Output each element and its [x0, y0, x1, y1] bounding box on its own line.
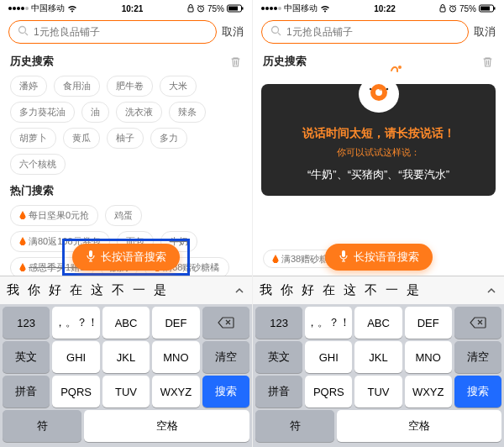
key[interactable]: DEF: [152, 307, 199, 339]
svg-rect-6: [89, 250, 92, 257]
voice-error-toast: 说话时间太短，请长按说话！ 你可以试试这样说： “牛奶”、“买猪肉”、“我要汽水…: [261, 84, 496, 196]
history-tag[interactable]: 食用油: [54, 76, 100, 97]
backspace-key[interactable]: [454, 307, 501, 339]
key[interactable]: ，。？！: [305, 307, 352, 339]
key[interactable]: DEF: [405, 307, 452, 339]
key[interactable]: 清空: [202, 341, 249, 373]
key[interactable]: JKL: [102, 341, 150, 373]
search-box[interactable]: [261, 20, 469, 44]
key[interactable]: 搜索: [202, 376, 249, 408]
history-tag[interactable]: 胡萝卜: [10, 128, 56, 149]
candidate[interactable]: 是: [154, 282, 166, 298]
search-row: 取消: [0, 15, 252, 49]
cancel-button[interactable]: 取消: [222, 24, 244, 39]
mic-icon: [86, 250, 96, 266]
key[interactable]: 拼音: [255, 376, 302, 408]
candidate[interactable]: 在: [70, 282, 82, 298]
svg-rect-7: [440, 8, 445, 12]
status-bar: 中国移动 10:22 75%: [253, 0, 504, 15]
history-tag[interactable]: 油: [81, 102, 109, 123]
candidate[interactable]: 这: [344, 282, 356, 298]
cancel-button[interactable]: 取消: [474, 24, 496, 39]
candidate[interactable]: 不: [365, 282, 377, 298]
candidate[interactable]: 好: [302, 282, 314, 298]
toast-sub: 你可以试试这样说：: [273, 146, 484, 159]
voice-search-button[interactable]: 长按语音搜索: [72, 244, 180, 271]
collapse-keyboard-icon[interactable]: [486, 285, 497, 297]
collapse-keyboard-icon[interactable]: [234, 285, 245, 297]
candidate[interactable]: 我: [7, 282, 19, 298]
key[interactable]: GHI: [52, 341, 99, 373]
history-tag[interactable]: 多力: [150, 128, 187, 149]
history-tag[interactable]: 肥牛卷: [107, 76, 153, 97]
candidate[interactable]: 不: [112, 282, 124, 298]
key[interactable]: MNO: [405, 341, 452, 373]
history-tag[interactable]: 辣条: [169, 102, 206, 123]
history-tag[interactable]: 黄瓜: [63, 128, 100, 149]
candidate[interactable]: 一: [133, 282, 145, 298]
key[interactable]: JKL: [354, 341, 402, 373]
alarm-icon: [449, 4, 457, 13]
key[interactable]: 空格: [84, 410, 249, 442]
key[interactable]: TUV: [354, 376, 402, 408]
candidate[interactable]: 这: [91, 282, 103, 298]
candidate[interactable]: 你: [281, 282, 293, 298]
history-tag[interactable]: 多力葵花油: [10, 102, 75, 123]
key[interactable]: ABC: [354, 307, 402, 339]
key[interactable]: ，。？！: [52, 307, 99, 339]
candidate[interactable]: 好: [49, 282, 61, 298]
key[interactable]: 英文: [3, 341, 50, 373]
candidate[interactable]: 一: [386, 282, 398, 298]
search-row: 取消: [253, 15, 504, 49]
battery-icon: [227, 4, 244, 13]
screenshot-right: 中国移动 10:22 75% 取消 历史搜索 x: [252, 0, 504, 447]
history-tag[interactable]: 六个核桃: [10, 154, 66, 175]
toast-examples: “牛奶”、“买猪肉”、“我要汽水”: [273, 167, 484, 182]
svg-point-5: [19, 27, 26, 34]
candidate[interactable]: 你: [28, 282, 40, 298]
screenshot-left: 中国移动 10:21 75% 取消 历史搜索 潘婷食用油肥牛卷大: [0, 0, 252, 447]
lock-icon: [439, 4, 446, 13]
wifi-icon: [67, 5, 77, 13]
key[interactable]: 清空: [454, 341, 501, 373]
svg-point-18: [386, 88, 387, 90]
key[interactable]: 拼音: [3, 376, 50, 408]
search-input[interactable]: [34, 26, 207, 38]
candidate[interactable]: 是: [407, 282, 419, 298]
keyboard: 123，。？！ABCDEF英文GHIJKLMNO清空拼音PQRSTUVWXYZ搜…: [253, 304, 504, 447]
key[interactable]: 123: [3, 307, 50, 339]
key[interactable]: ABC: [102, 307, 150, 339]
key[interactable]: MNO: [152, 341, 199, 373]
history-tag[interactable]: 洗衣液: [116, 102, 162, 123]
trash-icon[interactable]: [481, 55, 494, 68]
search-icon: [270, 24, 281, 39]
key[interactable]: TUV: [102, 376, 150, 408]
key[interactable]: WXYZ: [152, 376, 199, 408]
candidate[interactable]: 我: [260, 282, 272, 298]
hot-tag[interactable]: 每日坚果0元抢: [10, 205, 98, 226]
hot-tag[interactable]: 鸡蛋: [105, 205, 142, 226]
key[interactable]: 空格: [337, 410, 501, 442]
key[interactable]: PQRS: [305, 376, 352, 408]
key[interactable]: 英文: [255, 341, 302, 373]
key[interactable]: 符: [255, 410, 334, 442]
key[interactable]: 搜索: [454, 376, 501, 408]
trash-icon[interactable]: [229, 55, 242, 68]
search-input[interactable]: [286, 26, 459, 38]
key[interactable]: 符: [3, 410, 81, 442]
key[interactable]: 123: [255, 307, 302, 339]
voice-search-button[interactable]: 长按语音搜索: [325, 244, 433, 271]
backspace-key[interactable]: [202, 307, 249, 339]
battery-icon: [479, 4, 496, 13]
key[interactable]: GHI: [305, 341, 352, 373]
status-time: 10:21: [122, 4, 144, 13]
key[interactable]: PQRS: [52, 376, 99, 408]
key[interactable]: WXYZ: [405, 376, 452, 408]
history-tag[interactable]: 柚子: [107, 128, 144, 149]
search-box[interactable]: [8, 20, 217, 44]
svg-rect-11: [494, 8, 496, 10]
history-tag[interactable]: 大米: [160, 76, 197, 97]
status-bar: 中国移动 10:21 75%: [0, 0, 252, 15]
history-tag[interactable]: 潘婷: [10, 76, 47, 97]
candidate[interactable]: 在: [323, 282, 335, 298]
